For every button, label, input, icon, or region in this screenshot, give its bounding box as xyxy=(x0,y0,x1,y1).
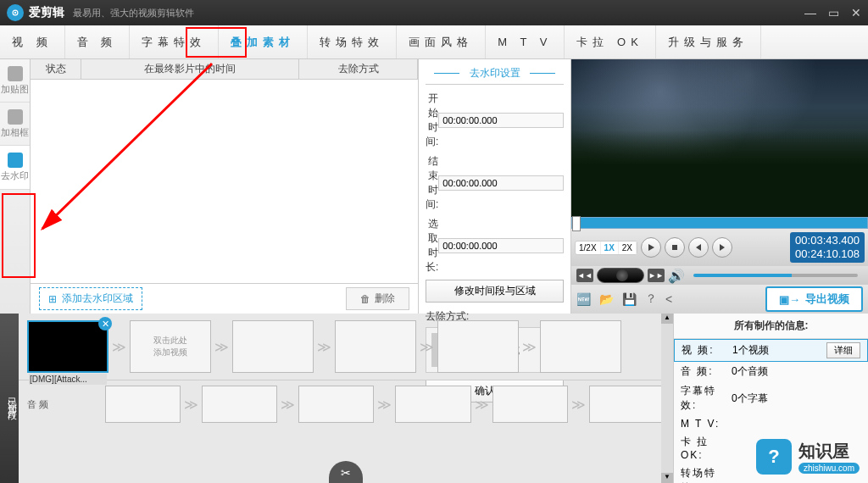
jog-wheel[interactable] xyxy=(597,268,644,283)
add-icon: ⊞ xyxy=(48,293,57,305)
export-icon: ▣→ xyxy=(779,293,800,306)
settings-title: 去水印设置 xyxy=(426,66,564,85)
add-watermark-area-button[interactable]: ⊞ 添加去水印区域 xyxy=(39,287,142,310)
scroll-up-icon[interactable]: ▲ xyxy=(661,314,673,324)
audio-row-label: 音 频 xyxy=(27,398,97,411)
tab-subtitle[interactable]: 字幕特效 xyxy=(130,25,219,58)
timeline-label: 已添加片段 xyxy=(0,314,19,483)
close-button[interactable]: ✕ xyxy=(851,6,861,19)
col-method: 去除方式 xyxy=(299,59,418,79)
tab-upgrade[interactable]: 升级与服务 xyxy=(656,25,761,58)
audio-clip-empty[interactable] xyxy=(105,386,181,423)
video-clip-empty[interactable]: 双击此处 添加视频 xyxy=(130,320,211,373)
modify-range-button[interactable]: 修改时间段与区域 xyxy=(426,280,564,303)
watermark-url: zhishiwu.com xyxy=(798,463,860,474)
detail-button[interactable]: 详细 xyxy=(826,342,860,358)
speed-selector[interactable]: 1/2X 1X 2X xyxy=(575,241,637,255)
timeline-body: ✕ [DMG][Attack... ≫ 双击此处 添加视频 ≫ ≫ ≫ ≫ 音 … xyxy=(19,314,673,483)
info-row-audio: 音 频:0个音频 xyxy=(674,362,868,381)
maximize-button[interactable]: ▭ xyxy=(828,6,839,19)
end-time-input[interactable] xyxy=(438,175,564,191)
video-preview[interactable] xyxy=(571,59,868,217)
video-clip-empty[interactable] xyxy=(540,320,621,373)
stop-button[interactable] xyxy=(665,237,685,258)
info-title: 所有制作的信息: xyxy=(674,314,868,339)
tab-mtv[interactable]: M T V xyxy=(486,25,565,58)
clip-caption: [DMG][Attack... xyxy=(29,374,107,385)
app-logo-icon xyxy=(7,4,24,21)
start-time-label: 开始时间: xyxy=(426,92,438,149)
svg-rect-2 xyxy=(672,245,677,250)
play-button[interactable] xyxy=(641,237,661,258)
clip-close-icon[interactable]: ✕ xyxy=(98,317,112,330)
timecode-display: 00:03:43.400 00:24:10.108 xyxy=(790,232,865,262)
watermark-icon xyxy=(8,153,23,168)
info-row-video[interactable]: 视 频: 1个视频 详细 xyxy=(674,339,868,362)
video-clip-row: ✕ [DMG][Attack... ≫ 双击此处 添加视频 ≫ ≫ ≫ ≫ xyxy=(19,314,673,380)
video-clip-empty[interactable] xyxy=(232,320,314,373)
app-name: 爱剪辑 xyxy=(29,5,64,20)
col-time: 在最终影片中的时间 xyxy=(81,59,299,79)
audio-clip-empty[interactable] xyxy=(589,386,665,423)
audio-clip-empty[interactable] xyxy=(298,386,374,423)
watermark-brand: 知识屋 xyxy=(798,440,860,463)
share-icon[interactable]: < xyxy=(665,292,672,306)
prev-clip-button[interactable]: ◄◄ xyxy=(576,269,593,282)
app-slogan: 最易用、强大的视频剪辑软件 xyxy=(73,7,194,19)
frame-icon xyxy=(8,109,23,125)
video-clip-empty[interactable] xyxy=(335,320,416,373)
minimize-button[interactable]: — xyxy=(804,6,816,19)
preview-panel: 1/2X 1X 2X 00:03:43.400 00:24:10.108 ◄◄ … xyxy=(571,59,868,314)
open-icon[interactable]: 📂 xyxy=(599,292,614,306)
tab-transition[interactable]: 转场特效 xyxy=(308,25,397,58)
watermark-list-body xyxy=(31,80,418,283)
video-clip-1[interactable]: ✕ [DMG][Attack... xyxy=(27,320,108,373)
trash-icon: 🗑 xyxy=(360,293,370,305)
scroll-down-icon[interactable]: ▼ xyxy=(661,473,673,483)
delete-button[interactable]: 🗑 删除 xyxy=(346,287,409,310)
title-bar: 爱剪辑 最易用、强大的视频剪辑软件 — ▭ ✕ xyxy=(0,0,868,25)
volume-slider[interactable] xyxy=(693,274,858,277)
tab-karaoke[interactable]: 卡拉 OK xyxy=(565,25,655,58)
audio-clip-empty[interactable] xyxy=(492,386,568,423)
svg-point-1 xyxy=(14,12,16,14)
total-time: 00:24:10.108 xyxy=(795,247,860,261)
sidetool-watermark[interactable]: 去水印 xyxy=(0,146,30,189)
sidebar: 加贴图 加相框 去水印 xyxy=(0,59,31,314)
tab-style[interactable]: 画面风格 xyxy=(397,25,486,58)
col-status: 状态 xyxy=(31,59,81,79)
help-icon[interactable]: ？ xyxy=(645,291,657,307)
audio-clip-row: 音 频 ≫ ≫ ≫ ≫ ≫ xyxy=(19,380,673,428)
scissors-button[interactable]: ✂ xyxy=(329,461,363,483)
watermark-logo-icon: ? xyxy=(756,439,792,475)
scrubber[interactable] xyxy=(571,217,868,229)
start-time-input[interactable] xyxy=(438,113,564,128)
end-time-label: 结束时间: xyxy=(426,154,438,212)
new-icon[interactable]: 🆕 xyxy=(576,292,591,306)
next-clip-button[interactable]: ►► xyxy=(648,269,665,282)
save-icon[interactable]: 💾 xyxy=(622,292,637,306)
audio-clip-empty[interactable] xyxy=(202,386,277,423)
next-frame-button[interactable] xyxy=(712,237,732,258)
tab-overlay[interactable]: 叠加素材 xyxy=(219,25,308,58)
watermark-list-panel: 状态 在最终影片中的时间 去除方式 ⊞ 添加去水印区域 🗑 删除 xyxy=(31,59,419,314)
prev-frame-button[interactable] xyxy=(688,237,709,258)
sidetool-frame[interactable]: 加相框 xyxy=(0,103,30,146)
audio-clip-empty[interactable] xyxy=(395,386,470,423)
sticker-icon xyxy=(8,66,23,81)
site-watermark: ? 知识屋 zhishiwu.com xyxy=(756,439,860,475)
export-video-button[interactable]: ▣→ 导出视频 xyxy=(765,286,863,312)
duration-input[interactable] xyxy=(438,238,564,253)
playback-controls: 1/2X 1X 2X 00:03:43.400 00:24:10.108 xyxy=(571,229,868,266)
info-row-subtitle: 字幕特效:0个字幕 xyxy=(674,381,868,415)
timeline-scrollbar[interactable]: ▲ ▼ xyxy=(661,314,673,483)
tab-video[interactable]: 视 频 xyxy=(0,25,65,58)
volume-icon[interactable]: 🔊 xyxy=(668,268,685,284)
arrow-icon: ≫ xyxy=(112,339,126,355)
current-time: 00:03:43.400 xyxy=(795,234,860,247)
tab-audio[interactable]: 音 频 xyxy=(65,25,131,58)
video-clip-empty[interactable] xyxy=(437,320,519,373)
scrubber-handle[interactable] xyxy=(572,216,581,231)
sidetool-sticker[interactable]: 加贴图 xyxy=(0,59,30,103)
watermark-settings-panel: 去水印设置 开始时间: 结束时间: 选取时长: 修改时间段与区域 去除方式: i… xyxy=(419,59,571,314)
